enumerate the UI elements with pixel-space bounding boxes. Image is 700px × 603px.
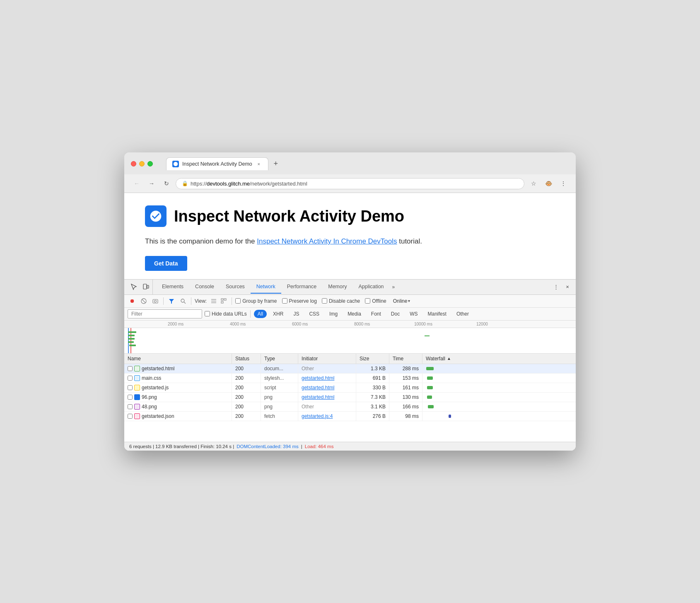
timeline-bar-1 bbox=[128, 331, 136, 333]
tab-console[interactable]: Console bbox=[189, 280, 220, 294]
timeline-bar-3 bbox=[128, 338, 135, 340]
more-tabs-button[interactable]: » bbox=[390, 281, 398, 293]
filter-chip-font[interactable]: Font bbox=[367, 310, 385, 318]
row-checkbox[interactable] bbox=[128, 414, 133, 419]
preserve-log-option[interactable]: Preserve log bbox=[282, 298, 317, 304]
timeline-bar-2 bbox=[128, 335, 135, 336]
filter-chip-xhr[interactable]: XHR bbox=[269, 310, 287, 318]
demo-link[interactable]: Inspect Network Activity In Chrome DevTo… bbox=[257, 237, 397, 245]
offline-checkbox[interactable] bbox=[365, 298, 370, 304]
filter-chip-img[interactable]: Img bbox=[326, 310, 341, 318]
filter-chip-ws[interactable]: WS bbox=[406, 310, 421, 318]
filter-chip-manifest[interactable]: Manifest bbox=[424, 310, 450, 318]
cell-time: 153 ms bbox=[389, 374, 422, 383]
cell-name: getstarted.json bbox=[124, 412, 232, 421]
table-row[interactable]: getstarted.js 200 script getstarted.html… bbox=[124, 383, 576, 393]
cell-initiator[interactable]: getstarted.html bbox=[298, 374, 356, 383]
table-row[interactable]: 96.png 200 png getstarted.html 7.3 KB 13… bbox=[124, 393, 576, 402]
cell-type: fetch bbox=[261, 412, 298, 421]
record-button[interactable]: ⏺ bbox=[128, 297, 137, 306]
group-by-frame-checkbox[interactable] bbox=[235, 298, 241, 304]
search-button[interactable] bbox=[179, 297, 188, 306]
filter-input[interactable] bbox=[128, 309, 202, 318]
cell-time: 130 ms bbox=[389, 393, 422, 402]
tab-application[interactable]: Application bbox=[352, 280, 389, 294]
tab-performance[interactable]: Performance bbox=[281, 280, 323, 294]
tab-network[interactable]: Network bbox=[251, 280, 281, 294]
table-row[interactable]: main.css 200 stylesh... getstarted.html … bbox=[124, 374, 576, 383]
screenshot-button[interactable] bbox=[151, 297, 160, 306]
filter-chip-doc[interactable]: Doc bbox=[387, 310, 403, 318]
active-tab[interactable]: Inspect Network Activity Demo × bbox=[166, 157, 268, 170]
svg-point-6 bbox=[154, 300, 157, 302]
devtools-dots-button[interactable]: ⋮ bbox=[551, 282, 561, 292]
cell-name: 96.png bbox=[124, 393, 232, 402]
online-dropdown[interactable]: Online ▾ bbox=[391, 297, 412, 306]
filter-chip-js[interactable]: JS bbox=[290, 310, 303, 318]
profile-button[interactable]: 🐵 bbox=[543, 178, 554, 189]
hide-data-urls-checkbox[interactable] bbox=[205, 311, 210, 316]
tab-elements[interactable]: Elements bbox=[156, 280, 189, 294]
group-by-frame-option[interactable]: Group by frame bbox=[235, 298, 277, 304]
row-checkbox[interactable] bbox=[128, 376, 133, 381]
clear-button[interactable] bbox=[139, 297, 148, 306]
filter-button[interactable] bbox=[167, 297, 176, 306]
close-window-button[interactable] bbox=[131, 161, 136, 166]
view-buttons bbox=[209, 297, 228, 306]
list-view-button[interactable] bbox=[209, 297, 218, 306]
tab-favicon bbox=[172, 161, 179, 167]
tab-close-button[interactable]: × bbox=[256, 161, 262, 167]
maximize-window-button[interactable] bbox=[147, 161, 153, 166]
url-path: /network/getstarted.html bbox=[250, 181, 307, 187]
filter-chip-css[interactable]: CSS bbox=[305, 310, 323, 318]
waterfall-bar bbox=[427, 386, 433, 389]
tree-view-button[interactable] bbox=[219, 297, 228, 306]
minimize-window-button[interactable] bbox=[139, 161, 145, 166]
offline-option[interactable]: Offline bbox=[365, 298, 386, 304]
table-empty-space bbox=[124, 421, 576, 442]
disable-cache-checkbox[interactable] bbox=[322, 298, 327, 304]
row-checkbox[interactable] bbox=[128, 404, 133, 409]
back-button[interactable]: ← bbox=[131, 178, 142, 189]
tick-10000ms: 10000 ms bbox=[414, 322, 432, 326]
filter-bar: Hide data URLs All XHR JS CSS Img Media … bbox=[124, 308, 576, 321]
cell-initiator[interactable]: getstarted.js:4 bbox=[298, 412, 356, 421]
row-checkbox[interactable] bbox=[128, 385, 133, 390]
filter-chip-other[interactable]: Other bbox=[453, 310, 473, 318]
table-row[interactable]: getstarted.html 200 docum... Other 1.3 K… bbox=[124, 364, 576, 374]
inspect-element-button[interactable] bbox=[129, 282, 139, 292]
get-data-button[interactable]: Get Data bbox=[145, 256, 187, 271]
bookmark-button[interactable]: ☆ bbox=[528, 178, 539, 189]
cell-size: 276 B bbox=[356, 412, 389, 421]
reload-button[interactable]: ↻ bbox=[161, 178, 172, 189]
row-checkbox[interactable] bbox=[128, 395, 133, 400]
file-icon-css bbox=[134, 375, 140, 381]
col-size: Size bbox=[356, 354, 389, 364]
hide-data-urls-option[interactable]: Hide data URLs bbox=[205, 311, 247, 317]
cell-type: docum... bbox=[261, 364, 298, 373]
cell-initiator[interactable]: getstarted.html bbox=[298, 393, 356, 402]
preserve-log-checkbox[interactable] bbox=[282, 298, 287, 304]
table-row[interactable]: getstarted.json 200 fetch getstarted.js:… bbox=[124, 412, 576, 421]
tab-sources[interactable]: Sources bbox=[220, 280, 251, 294]
devtools-close-button[interactable]: × bbox=[562, 282, 572, 292]
col-waterfall[interactable]: Waterfall ▲ bbox=[422, 354, 576, 364]
device-toolbar-button[interactable] bbox=[141, 282, 151, 292]
table-row[interactable]: 48.png 200 png Other 3.1 KB 166 ms bbox=[124, 402, 576, 412]
forward-button[interactable]: → bbox=[146, 178, 157, 189]
row-checkbox[interactable] bbox=[128, 366, 133, 371]
page-content: Inspect Network Activity Demo This is th… bbox=[124, 193, 576, 279]
status-requests: 6 requests | 12.9 KB transferred | Finis… bbox=[129, 444, 234, 449]
tab-memory[interactable]: Memory bbox=[322, 280, 352, 294]
filter-chip-media[interactable]: Media bbox=[344, 310, 365, 318]
url-bar[interactable]: 🔒 https://devtools.glitch.me/network/get… bbox=[176, 178, 524, 189]
tick-4000ms: 4000 ms bbox=[230, 322, 246, 326]
cell-size: 691 B bbox=[356, 374, 389, 383]
toolbar-divider-2 bbox=[191, 297, 191, 305]
disable-cache-option[interactable]: Disable cache bbox=[322, 298, 360, 304]
timeline-chart bbox=[124, 328, 576, 353]
cell-initiator[interactable]: getstarted.html bbox=[298, 383, 356, 392]
new-tab-button[interactable]: + bbox=[270, 158, 282, 169]
filter-chip-all[interactable]: All bbox=[254, 310, 267, 318]
more-options-button[interactable]: ⋮ bbox=[558, 178, 569, 189]
